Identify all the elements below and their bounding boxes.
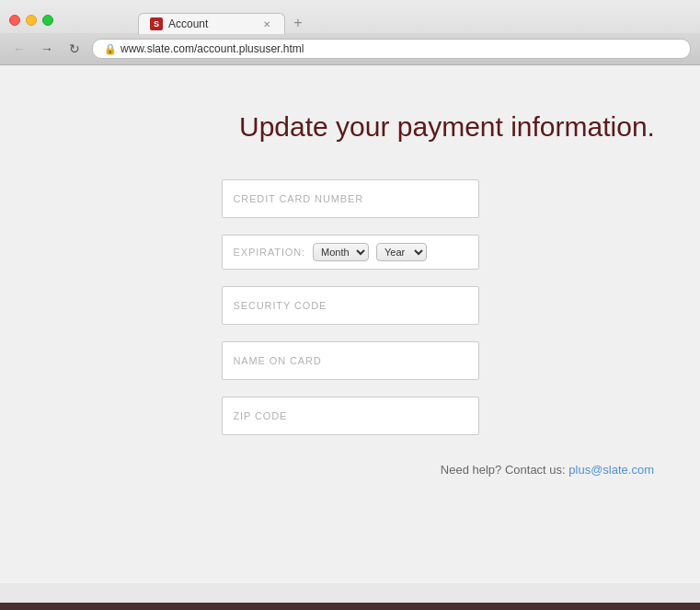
expiration-label: EXPIRATION: (234, 247, 306, 258)
lock-icon: 🔒 (104, 43, 117, 55)
active-tab[interactable]: S Account ✕ (138, 13, 285, 34)
security-code-input[interactable] (222, 286, 479, 325)
close-button[interactable] (9, 15, 20, 26)
page-heading: Update your payment information. (239, 111, 663, 143)
browser-chrome: S Account ✕ + ← → ↻ 🔒 www.slate.com/acco… (0, 0, 700, 65)
forward-icon: → (40, 41, 53, 56)
name-on-card-input[interactable] (222, 341, 479, 380)
forward-button[interactable]: → (37, 39, 57, 59)
help-email-link[interactable]: plus@slate.com (568, 463, 654, 477)
help-text: Need help? Contact us: (441, 463, 566, 477)
tab-title: Account (168, 17, 255, 30)
new-tab-button[interactable]: + (285, 12, 311, 34)
footer-help: Need help? Contact us: plus@slate.com (37, 463, 663, 477)
year-select[interactable]: Year 202420252026 202720282029 203020312… (376, 243, 427, 261)
zip-code-input[interactable] (222, 397, 479, 435)
bottom-bar (0, 603, 700, 610)
window-controls (9, 15, 53, 26)
maximize-button[interactable] (42, 15, 53, 26)
tab-bar: S Account ✕ + (64, 6, 384, 34)
expiration-row: EXPIRATION: Month 010203 040506 070809 1… (222, 235, 479, 270)
tab-close-button[interactable]: ✕ (260, 17, 273, 30)
refresh-icon: ↻ (69, 41, 80, 56)
back-button[interactable]: ← (9, 39, 29, 59)
page-content: Update your payment information. EXPIRAT… (0, 65, 700, 583)
url-bar[interactable]: 🔒 www.slate.com/account.plususer.html (92, 39, 691, 59)
minimize-button[interactable] (26, 15, 37, 26)
title-bar: S Account ✕ + (0, 0, 700, 33)
url-text: www.slate.com/account.plususer.html (120, 42, 304, 55)
address-bar: ← → ↻ 🔒 www.slate.com/account.plususer.h… (0, 33, 700, 64)
refresh-button[interactable]: ↻ (64, 39, 85, 59)
credit-card-input[interactable] (222, 179, 479, 218)
payment-form: EXPIRATION: Month 010203 040506 070809 1… (222, 179, 479, 435)
back-icon: ← (13, 41, 26, 56)
month-select[interactable]: Month 010203 040506 070809 101112 (313, 243, 369, 261)
tab-favicon: S (150, 17, 163, 30)
